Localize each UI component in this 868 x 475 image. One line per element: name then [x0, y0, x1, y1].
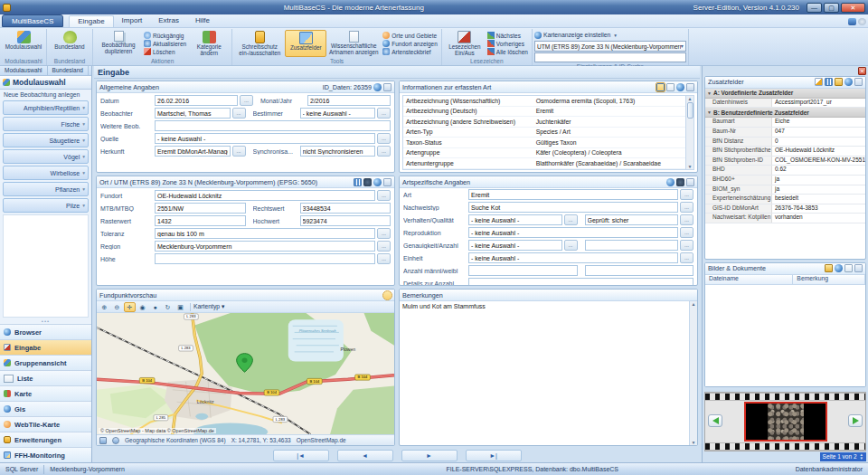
synchronisation-input[interactable] — [300, 146, 376, 157]
weitere-beobachter-input[interactable] — [155, 120, 391, 131]
zoom-out-icon[interactable]: ⊖ — [111, 302, 123, 312]
table-icon[interactable] — [825, 78, 833, 86]
scrollbar-vertical[interactable]: ▲▼ — [685, 96, 693, 169]
rueckgaengig-button[interactable]: Rückgängig — [142, 32, 188, 40]
sidebar-item-ffh-monitoring[interactable]: FFH-Monitoring — [0, 447, 91, 462]
zusatzfelder-button[interactable]: Zusatzfelder — [285, 30, 326, 57]
scroll-up-icon[interactable]: ▲ — [688, 96, 693, 101]
details-anzahl-input[interactable] — [468, 278, 693, 286]
maximize-button[interactable]: ▢ — [824, 3, 839, 13]
schreibschutz-button[interactable]: Schreibschutz ein-/ausschalten — [234, 30, 285, 57]
globe-icon[interactable]: ● — [149, 302, 161, 312]
quelle-input[interactable] — [155, 133, 375, 144]
globe-icon[interactable] — [373, 178, 382, 186]
previous-image-button[interactable] — [708, 414, 722, 427]
anzahl-input[interactable] — [585, 240, 679, 251]
aktualisieren-button[interactable]: Aktualisieren — [142, 40, 188, 48]
loeschen-button[interactable]: Löschen — [142, 48, 188, 56]
genauigkeit-picker-button[interactable]: ... — [564, 240, 578, 251]
page-indicator[interactable]: Seite 1 von 2 ▲▼ — [820, 452, 866, 461]
anzahl-picker-button[interactable]: ... — [680, 240, 693, 251]
refresh-map-icon[interactable]: ↻ — [162, 302, 174, 312]
documents-list-empty[interactable] — [705, 285, 865, 386]
globe-icon[interactable] — [383, 291, 392, 299]
tab-hilfe[interactable]: Hilfe — [187, 15, 218, 27]
beobachter-input[interactable] — [155, 108, 231, 119]
sidebar-item-liste[interactable]: Liste — [0, 370, 91, 385]
vorheriges-button[interactable]: Vorheriges — [486, 40, 530, 48]
close-panel-icon[interactable]: ✕ — [858, 67, 866, 75]
hoehe-input[interactable] — [155, 253, 375, 264]
reproduktion-input[interactable] — [468, 227, 678, 238]
art-picker-button[interactable]: ... — [680, 189, 693, 200]
scroll-down-icon[interactable]: ▼ — [688, 164, 693, 169]
monat-jahr-input[interactable] — [307, 95, 391, 106]
application-menu-button[interactable]: MultiBaseCS — [2, 14, 63, 27]
module-saeugetiere[interactable]: Säugetiere▾ — [3, 133, 89, 147]
document-icon[interactable] — [666, 83, 675, 91]
pin-icon[interactable] — [383, 83, 392, 91]
mini-tab-modulauswahl[interactable]: Modulauswahl — [0, 66, 48, 75]
region-picker-button[interactable]: ... — [377, 241, 391, 252]
taxon-table-icon[interactable] — [656, 83, 665, 91]
scroll-down-icon[interactable]: ▼ — [692, 440, 696, 445]
group-row-vordefinierte[interactable]: ▼A: Vordefinierte Zusatzfelder — [705, 89, 865, 99]
last-record-button[interactable]: ►| — [466, 450, 522, 461]
naechstes-button[interactable]: Nächstes — [486, 32, 530, 40]
selected-image-thumbnail[interactable] — [744, 402, 827, 442]
region-input[interactable] — [155, 241, 375, 252]
scrollbar-vertical[interactable]: ▲▼ — [689, 301, 697, 445]
globe-icon[interactable] — [373, 83, 382, 91]
help-icon[interactable] — [858, 18, 866, 25]
datum-input[interactable] — [155, 95, 238, 106]
sidebar-item-gis[interactable]: Gis — [0, 401, 91, 416]
geprueft-picker-button[interactable]: ... — [680, 214, 693, 225]
minimize-button[interactable]: — — [807, 3, 822, 13]
verhalten-input[interactable] — [468, 214, 562, 225]
geprueft-input[interactable] — [585, 214, 679, 225]
globe-icon[interactable] — [676, 83, 684, 91]
fundort-anzeigen-button[interactable]: Fundort anzeigen — [381, 40, 439, 48]
tab-eingabe[interactable]: Eingabe — [69, 15, 113, 27]
verhalten-picker-button[interactable]: ... — [564, 214, 578, 225]
rasterwert-input[interactable] — [155, 215, 246, 226]
alle-loeschen-button[interactable]: Alle löschen — [486, 48, 530, 56]
first-record-button[interactable]: |◄ — [273, 450, 329, 461]
scroll-thumb[interactable] — [687, 102, 693, 119]
bemerkungen-textarea[interactable]: Mulm und Kot am Stammfuss — [400, 301, 689, 445]
new-observation-link[interactable]: Neue Beobachtung anlegen — [0, 90, 91, 100]
module-amphibien[interactable]: Amphibien/Reptilien▾ — [3, 100, 89, 115]
bestimmer-picker-button[interactable]: ... — [377, 108, 391, 119]
open-folder-icon[interactable] — [825, 264, 833, 272]
save-map-icon[interactable]: ▣ — [175, 302, 186, 312]
binoculars-icon[interactable] — [363, 178, 372, 186]
pin-icon[interactable] — [383, 178, 392, 186]
close-button[interactable]: ✕ — [841, 3, 865, 13]
id-search-input[interactable] — [534, 52, 686, 62]
pan-hand-icon[interactable]: ✛ — [124, 302, 136, 312]
webinfo-icon[interactable] — [848, 18, 856, 25]
hochwert-input[interactable] — [300, 215, 392, 226]
kartenanzeige-button[interactable]: Kartenanzeige einstellen ▾ — [534, 30, 686, 40]
hoehe-picker-button[interactable]: ... — [377, 253, 391, 264]
sidebar-item-erweiterungen[interactable]: Erweiterungen — [0, 432, 91, 447]
pin-icon[interactable] — [854, 264, 863, 272]
refresh-icon[interactable] — [844, 78, 853, 86]
fundort-input[interactable] — [155, 190, 375, 201]
art-input[interactable] — [468, 189, 678, 200]
beobachter-picker-button[interactable]: ... — [232, 108, 246, 119]
sidebar-item-gruppenansicht[interactable]: Gruppenansicht — [0, 355, 91, 370]
sidebar-item-webtile-karte[interactable]: WebTile-Karte — [0, 416, 91, 432]
binoculars-icon[interactable] — [676, 178, 684, 186]
grid-icon[interactable] — [354, 178, 362, 186]
toleranz-input[interactable] — [155, 228, 375, 239]
next-image-button[interactable] — [848, 414, 863, 427]
folder-icon[interactable] — [835, 78, 843, 86]
map-source-link[interactable]: OpenStreetMap.de — [297, 437, 346, 443]
sidebar-item-karte[interactable]: Karte — [0, 385, 91, 401]
map-canvas[interactable]: B 104 B 104 B 104 B 104 — [97, 313, 394, 434]
lesezeichen-einaus-button[interactable]: Lesezeichen Ein/Aus — [444, 30, 486, 57]
orte-und-gebiete-button[interactable]: Orte und Gebiete — [381, 32, 439, 40]
anzahl-maennlich-input[interactable] — [468, 265, 578, 276]
artensteckbrief-button[interactable]: Artensteckbrief — [381, 48, 439, 56]
